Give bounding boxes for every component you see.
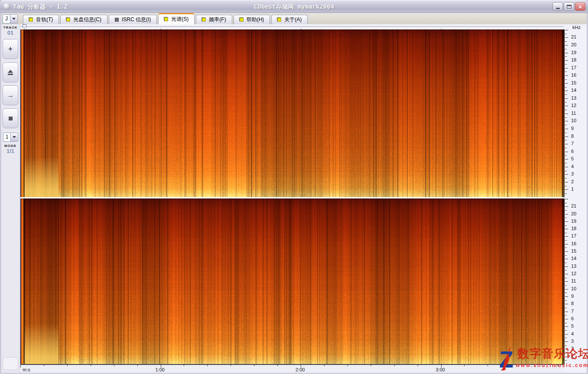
tab-spectrum[interactable]: 光谱(S) [158,13,195,24]
sidebar-bottom-panel [3,357,18,370]
tab-isrc-info[interactable]: ISRC 信息(I) [109,15,157,24]
frequency-tick [565,296,568,297]
frequency-tick [565,34,567,34]
eject-button[interactable] [3,62,18,82]
frequency-tick [565,353,567,353]
frequency-tick-label: 10 [571,118,576,123]
frequency-tick-label: 13 [571,263,576,269]
frequency-tick [565,49,567,49]
frequency-tick [565,56,567,57]
frequency-tick [565,206,568,207]
frequency-tick-label: 12 [571,103,576,108]
tab-label: 频率(F) [209,16,226,23]
position-slider[interactable] [20,24,565,29]
tab-frequency[interactable]: 频率(F) [196,15,232,24]
frequency-tick [565,68,568,68]
slider-thumb[interactable] [23,24,26,29]
spectrogram-left-channel [20,29,565,197]
frequency-tick [565,199,568,199]
track-letter-select[interactable]: J [3,14,18,23]
frequency-tick [565,53,568,53]
frequency-tick [565,285,567,286]
frequency-tick [565,117,567,118]
frequency-scale-left-channel: 123456789101112131415161718192021 [565,29,587,197]
frequency-tick-label: 10 [571,286,576,291]
frequency-tick [565,91,568,91]
frequency-tick-label: 14 [571,256,576,261]
time-tick [324,365,325,366]
frequency-axis: kHz 123456789101112131415161718192021 12… [565,24,587,373]
frequency-tick [565,357,568,357]
frequency-tick [565,163,567,163]
frequency-tick [565,326,568,327]
tab-label: 光盘信息(C) [73,16,101,23]
frequency-tick-label: 16 [571,241,576,246]
time-tick [277,365,278,366]
frequency-tick [565,98,568,99]
frequency-tick [565,106,568,106]
time-tick [418,365,418,366]
frequency-tick [565,214,568,215]
frequency-tick-label: 6 [571,149,574,154]
time-tick-label: 1:00 [156,367,165,372]
track-number: 01 [1,29,19,36]
frequency-tick [565,255,567,256]
frequency-tick [565,270,567,270]
time-tick [114,365,114,366]
flag-icon [202,18,206,22]
plus-icon: + [8,46,12,52]
time-tick [207,365,208,366]
tab-bar: J 音轨(T) 光盘信息(C) ISRC 信息(I) 光谱(S) 频率(F) 帮… [1,13,587,24]
tab-about[interactable]: 关于(A) [271,15,308,24]
frequency-tick [565,83,568,84]
chevron-down-icon [12,18,16,20]
stop-icon [9,117,13,120]
frequency-tick [565,140,567,140]
tab-disc-info[interactable]: 光盘信息(C) [60,15,107,24]
frequency-tick [565,218,567,218]
frequency-tick-label: 8 [571,133,574,139]
slider-track[interactable] [20,26,564,27]
window-controls: × [552,2,585,11]
frequency-tick-label: 12 [571,271,576,276]
maximize-button[interactable] [564,2,574,11]
frequency-tick [565,45,568,46]
time-tick [464,365,465,366]
frequency-tick [565,64,567,65]
frequency-tick-label: 5 [571,156,574,161]
stop-button[interactable] [3,108,18,128]
dropdown-button[interactable] [11,133,18,142]
frequency-tick [565,341,568,342]
frequency-tick [565,159,568,159]
track-letter-value: J [3,14,10,23]
frequency-tick-label: 7 [571,141,574,146]
minimize-button[interactable] [552,2,563,11]
dropdown-button[interactable] [10,14,18,23]
flag-icon [29,18,33,22]
frequency-tick-label: 19 [571,50,576,55]
time-tick-label: 2:00 [296,367,305,372]
frequency-tick [565,308,567,308]
frequency-tick-label: 20 [571,211,576,216]
frequency-tick-label: 6 [571,316,574,321]
time-tick [348,365,348,366]
forward-button[interactable]: → [3,85,18,105]
frequency-tick-label: 9 [571,293,574,299]
time-tick [44,365,44,366]
frequency-tick [565,102,567,103]
close-button[interactable]: × [575,2,585,11]
mode-select[interactable]: 1 [3,133,18,142]
frequency-tick-label: 7 [571,309,574,314]
frequency-tick [565,236,568,237]
frequency-tick [565,319,568,319]
frequency-tick [565,152,568,152]
tab-tracks[interactable]: 音轨(T) [23,15,59,24]
close-icon: × [578,3,582,10]
mode-value: 1/1 [1,148,19,154]
frequency-tick [565,148,567,148]
tab-label: ISRC 信息(I) [122,16,151,23]
add-track-button[interactable]: + [3,39,18,59]
frequency-tick-label: 17 [571,233,576,238]
frequency-tick [565,121,568,121]
tab-help[interactable]: 帮助(H) [234,15,270,24]
